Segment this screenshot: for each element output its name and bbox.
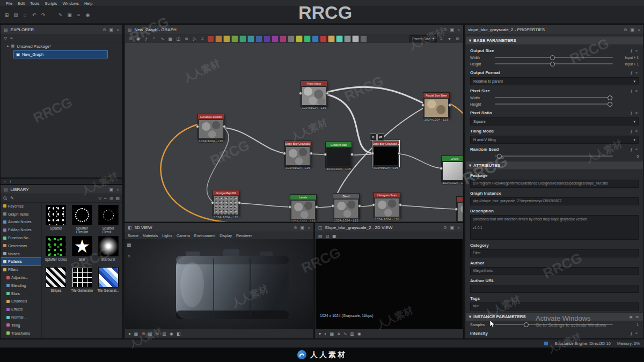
library-category-noises[interactable]: Noises	[1, 250, 41, 258]
viewport-3d[interactable]: ▦☼	[125, 239, 313, 329]
slider-handle[interactable]	[550, 62, 555, 67]
library-item-splatter[interactable]: Splatter	[43, 205, 69, 234]
section-header-base-parameters[interactable]: ▾BASE PARAMETERS	[466, 36, 643, 45]
atomic-node-icon-15[interactable]	[328, 35, 335, 42]
library-category-tiling[interactable]: Tiling	[1, 321, 41, 329]
param-field-value[interactable]: Allegorithmic	[470, 267, 639, 275]
pixel-info-icon[interactable]: ◉	[357, 331, 361, 336]
close-icon[interactable]: ×	[307, 225, 311, 230]
tree-item-package[interactable]: ▸ ▦ Unsaved Package*	[1, 42, 122, 50]
library-item-starburst[interactable]: Starburst	[96, 236, 121, 265]
menu-item-file[interactable]: File	[3, 1, 15, 6]
link-icon[interactable]: ⊟	[326, 234, 330, 239]
slider-handle[interactable]	[608, 95, 612, 100]
view3d-menu-materials[interactable]: Materials	[143, 234, 158, 238]
target-icon[interactable]: ◉	[84, 11, 92, 19]
menu-item-tools[interactable]: Tools	[27, 1, 42, 6]
library-item-splatter-circul[interactable]: Splatter Circul...	[96, 205, 121, 234]
grid-icon[interactable]: ▦	[330, 331, 334, 336]
node-wire-11[interactable]	[399, 205, 456, 209]
undo-icon[interactable]: ↶	[30, 11, 38, 19]
graph-node-curvature-smooth[interactable]: Curvature Smooth1024x1024 - L16	[197, 114, 224, 140]
view3d-menu-lights[interactable]: Lights	[162, 234, 172, 238]
library-category-generators[interactable]: Generators	[1, 242, 41, 250]
save-view-icon[interactable]: ▤	[318, 234, 323, 239]
slider-track[interactable]	[495, 97, 613, 98]
library-item-tile-generat[interactable]: Tile Generat...	[96, 267, 121, 297]
param-dropdown[interactable]: Relative to parent▾	[470, 77, 639, 85]
library-category-effects[interactable]: Effects	[1, 305, 41, 313]
list-view-icon[interactable]: ≡	[10, 36, 13, 41]
atomic-node-icon-19[interactable]	[360, 35, 367, 42]
outline-icon[interactable]: ≡	[4, 180, 6, 183]
close-icon[interactable]: ×	[116, 27, 120, 32]
param-actions-icons[interactable]: ƒ ≡	[631, 129, 639, 133]
graph-node-perlin-noise[interactable]: Perlin Noise1024x1024 - L16	[301, 80, 327, 107]
library-category-transforms[interactable]: Transforms	[1, 329, 41, 337]
library-category-blending[interactable]: Blending	[1, 282, 41, 290]
atomic-node-icon-1[interactable]	[215, 35, 222, 42]
ruler-icon[interactable]: ▥	[350, 331, 354, 336]
library-category-fxmap-nodes[interactable]: FxMap Nodes	[1, 226, 41, 234]
menu-item-scripts[interactable]: Scripts	[42, 1, 60, 6]
dock-icon[interactable]: ▣	[109, 27, 114, 32]
library-item-splatter-circular[interactable]: Splatter Circular	[70, 205, 95, 234]
uv-icon[interactable]: ▥	[162, 331, 166, 336]
param-field-value[interactable]: Filter	[470, 249, 639, 257]
node-wire-8[interactable]	[238, 203, 290, 207]
graph-tool-icon-2[interactable]: ƒ	[143, 36, 150, 41]
alpha-icon[interactable]: A	[337, 331, 340, 336]
graph-tool-icon-5[interactable]: ▦	[167, 36, 174, 41]
section-collapse-icon[interactable]: ▾	[469, 163, 471, 168]
list-icon[interactable]: ≡	[75, 11, 83, 19]
param-actions-icons[interactable]: ƒ ≡	[631, 111, 639, 115]
section-header-instance-parameters[interactable]: ▾INSTANCE PARAMETERS▣ ⊞	[466, 312, 643, 321]
pin-icon[interactable]: ⊙	[443, 225, 448, 230]
param-actions-icons[interactable]: ƒ ≡	[631, 331, 639, 335]
layers-icon[interactable]: ▤	[148, 331, 152, 336]
dock-icon[interactable]: ▣	[450, 27, 455, 32]
material-ball-icon[interactable]: ●	[128, 331, 131, 336]
slider-handle[interactable]	[524, 322, 529, 327]
param-description-value[interactable]: Directional blur with direction driven b…	[470, 215, 639, 240]
node-badge-icon-0[interactable]: b	[370, 134, 377, 141]
slider-track[interactable]	[495, 104, 613, 105]
dock-icon[interactable]: ▣	[450, 225, 455, 230]
atomic-node-icon-10[interactable]	[288, 35, 295, 42]
atomic-node-icon-7[interactable]	[264, 35, 270, 42]
list-view-icon[interactable]: ▤	[115, 196, 120, 201]
library-category-patterns[interactable]: Patterns	[1, 258, 41, 266]
dock-icon[interactable]: ▣	[630, 27, 635, 32]
graph-tab-title[interactable]: New_Graph - GRAPH	[135, 27, 177, 32]
library-category-function-no[interactable]: Function No...	[1, 234, 41, 242]
filter-icon[interactable]: ▽	[98, 196, 101, 201]
tree-item-graph-selected[interactable]: ▣ New_Graph	[13, 50, 108, 58]
graph-node-blend[interactable]: Blend1024x1024 - L16	[333, 193, 360, 219]
graph-toolbar-extra-icon-2[interactable]: ⊞	[454, 36, 461, 41]
section-icons[interactable]: ▣ ⊞	[630, 315, 640, 319]
graph-tool-icon-4[interactable]: ∿	[159, 36, 166, 41]
library-category-normal[interactable]: Normal ...	[1, 313, 41, 321]
sort-icon[interactable]: ≡	[104, 196, 107, 201]
graph-tool-icon-3[interactable]: ⌗	[151, 36, 158, 41]
filter-icon[interactable]: ▽	[4, 36, 7, 41]
duplicate-icon[interactable]: ▣	[65, 11, 74, 19]
slider-track[interactable]	[495, 57, 613, 58]
atomic-node-icon-13[interactable]	[312, 35, 319, 42]
section-header-attributes[interactable]: ▾ATTRIBUTES	[466, 161, 643, 170]
atomic-node-icon-0[interactable]	[207, 35, 214, 42]
view3d-menu-camera[interactable]: Camera	[177, 234, 190, 238]
channel-select-icon[interactable]: ▾	[319, 331, 321, 336]
slider-handle[interactable]	[550, 55, 555, 60]
library-category-adjustm[interactable]: Adjustm...	[1, 274, 41, 282]
param-actions-icons[interactable]: ƒ ≡	[631, 49, 639, 53]
atomic-node-icon-8[interactable]	[272, 35, 279, 42]
param-dropdown[interactable]: H and V tiling▾	[470, 136, 639, 144]
close-icon[interactable]: ×	[457, 225, 460, 230]
menu-item-help[interactable]: Help	[82, 1, 95, 6]
atomic-node-icon-16[interactable]	[336, 35, 343, 42]
graph-tool-icon-7[interactable]: ⊕	[183, 36, 190, 41]
param-actions-icons[interactable]: ƒ ≡	[631, 147, 639, 151]
graph-tool-icon-6[interactable]: ◫	[175, 36, 182, 41]
edit-icon[interactable]: ✎	[10, 196, 14, 201]
